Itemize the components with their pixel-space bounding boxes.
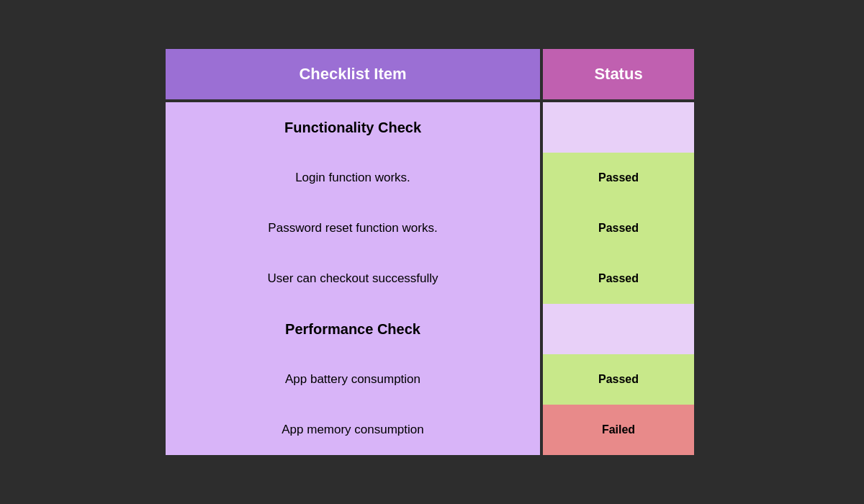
- item-label: Performance Check: [285, 321, 420, 338]
- status-cell: Failed: [543, 405, 694, 455]
- header-col2-label: Status: [594, 65, 642, 84]
- header-status: Status: [543, 49, 694, 99]
- category-item-cell: Performance Check: [166, 304, 540, 354]
- item-label: User can checkout successfully: [267, 271, 438, 286]
- status-cell: Passed: [543, 253, 694, 304]
- checklist-table: Checklist Item Status Functionality Chec…: [166, 49, 698, 455]
- table-row: Login function works.Passed: [166, 153, 698, 203]
- header-checklist-item: Checklist Item: [166, 49, 540, 99]
- category-item-cell: Functionality Check: [166, 102, 540, 153]
- table-row: App memory consumptionFailed: [166, 405, 698, 455]
- data-item-cell: App memory consumption: [166, 405, 540, 455]
- status-label: Passed: [598, 373, 639, 386]
- item-label: Functionality Check: [284, 120, 421, 136]
- item-label: Password reset function works.: [268, 221, 437, 235]
- status-label: Failed: [602, 423, 635, 436]
- status-cell: Passed: [543, 153, 694, 203]
- data-item-cell: User can checkout successfully: [166, 253, 540, 304]
- header-row: Checklist Item Status: [166, 49, 698, 99]
- status-cell: Passed: [543, 203, 694, 253]
- table-row: Performance Check: [166, 304, 698, 354]
- data-item-cell: Password reset function works.: [166, 203, 540, 253]
- status-cell: [543, 102, 694, 153]
- status-cell: [543, 304, 694, 354]
- status-label: Passed: [598, 171, 639, 184]
- data-item-cell: App battery consumption: [166, 354, 540, 405]
- status-label: Passed: [598, 272, 639, 285]
- item-label: Login function works.: [295, 171, 410, 185]
- item-label: App memory consumption: [282, 423, 423, 437]
- table-wrapper: Checklist Item Status Functionality Chec…: [166, 49, 698, 455]
- table-row: App battery consumptionPassed: [166, 354, 698, 405]
- header-col1-label: Checklist Item: [299, 65, 406, 84]
- table-row: User can checkout successfullyPassed: [166, 253, 698, 304]
- item-label: App battery consumption: [285, 372, 420, 387]
- table-row: Functionality Check: [166, 102, 698, 153]
- status-label: Passed: [598, 222, 639, 235]
- rows-container: Functionality CheckLogin function works.…: [166, 102, 698, 455]
- data-item-cell: Login function works.: [166, 153, 540, 203]
- status-cell: Passed: [543, 354, 694, 405]
- table-row: Password reset function works.Passed: [166, 203, 698, 253]
